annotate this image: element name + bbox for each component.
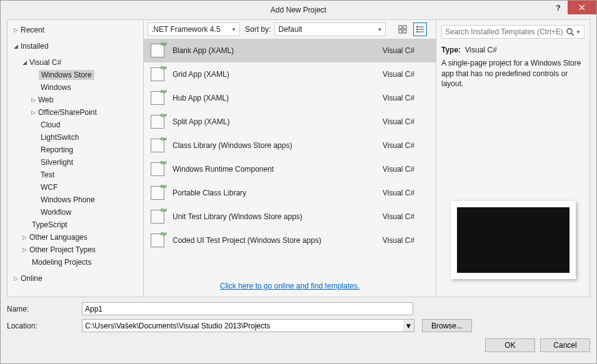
- template-description: Type: Visual C# A single-page project fo…: [441, 45, 584, 89]
- template-icon: C#: [150, 43, 165, 58]
- search-input[interactable]: [445, 27, 566, 36]
- chevron-right-icon: ▷: [30, 109, 36, 116]
- tree-typescript[interactable]: TypeScript: [8, 219, 143, 231]
- tree-other-project-types[interactable]: ▷Other Project Types: [8, 243, 143, 256]
- tree-wcf[interactable]: WCF: [8, 181, 143, 194]
- tree-windows-store[interactable]: Windows Store: [8, 69, 143, 81]
- category-tree: ▷Recent ◢Installed ◢Visual C# Windows St…: [8, 20, 144, 297]
- template-icon: C#: [150, 162, 165, 177]
- chevron-right-icon: ▷: [21, 247, 28, 253]
- template-language: Visual C#: [383, 189, 429, 197]
- template-language: Visual C#: [383, 165, 429, 174]
- sort-value: Default: [278, 25, 302, 34]
- chevron-down-icon: ▼: [373, 27, 382, 32]
- search-icon: [566, 27, 574, 36]
- sort-label: Sort by:: [245, 25, 271, 34]
- tree-cloud[interactable]: Cloud: [8, 119, 143, 131]
- svg-rect-4: [399, 30, 402, 33]
- template-name: Unit Test Library (Windows Store apps): [173, 212, 383, 221]
- template-name: Split App (XAML): [173, 117, 383, 126]
- template-row[interactable]: C#Unit Test Library (Windows Store apps)…: [144, 205, 436, 229]
- tree-silverlight[interactable]: Silverlight: [8, 156, 143, 169]
- tree-modeling-projects[interactable]: Modeling Projects: [8, 256, 143, 268]
- titlebar: Add New Project ?: [1, 1, 596, 19]
- close-button[interactable]: [568, 1, 596, 14]
- template-icon: C#: [150, 209, 165, 224]
- tree-installed[interactable]: ◢Installed: [8, 40, 143, 52]
- chevron-down-icon: ▼: [228, 27, 236, 32]
- name-label: Name:: [7, 305, 82, 313]
- chevron-right-icon: ▷: [30, 97, 36, 103]
- template-icon: C#: [150, 91, 165, 106]
- template-icon: C#: [150, 185, 165, 200]
- location-input[interactable]: [82, 319, 403, 332]
- svg-rect-10: [416, 31, 418, 32]
- add-new-project-dialog: Add New Project ? ▷Recent ◢Installed ◢Vi…: [0, 0, 597, 364]
- template-row[interactable]: C#Coded UI Test Project (Windows Store a…: [144, 229, 436, 252]
- framework-combo[interactable]: .NET Framework 4.5 ▼: [148, 22, 240, 36]
- template-language: Visual C#: [383, 212, 429, 221]
- ok-button[interactable]: OK: [485, 338, 535, 352]
- cancel-button[interactable]: Cancel: [540, 338, 590, 352]
- template-name: Class Library (Windows Store apps): [173, 141, 383, 150]
- template-name: Windows Runtime Component: [173, 165, 383, 174]
- chevron-right-icon: ▷: [13, 275, 19, 282]
- template-icon: C#: [150, 233, 165, 248]
- view-list-button[interactable]: [413, 22, 427, 36]
- template-row[interactable]: C#Grid App (XAML)Visual C#: [144, 62, 436, 86]
- template-list: C#Blank App (XAML)Visual C#C#Grid App (X…: [144, 39, 436, 275]
- template-language: Visual C#: [383, 141, 429, 150]
- tree-reporting[interactable]: Reporting: [8, 144, 143, 156]
- template-language: Visual C#: [383, 94, 429, 102]
- svg-rect-2: [399, 26, 402, 29]
- svg-rect-8: [416, 29, 418, 30]
- project-name-input[interactable]: [82, 302, 413, 315]
- template-row[interactable]: C#Blank App (XAML)Visual C#: [144, 39, 436, 62]
- template-name: Blank App (XAML): [173, 46, 383, 55]
- type-value: Visual C#: [465, 46, 497, 54]
- search-templates-box[interactable]: ▼: [441, 25, 584, 39]
- tree-recent[interactable]: ▷Recent: [8, 24, 143, 36]
- template-row[interactable]: C#Portable Class LibraryVisual C#: [144, 181, 436, 205]
- template-name: Grid App (XAML): [173, 70, 383, 79]
- tree-workflow[interactable]: Workflow: [8, 206, 143, 219]
- template-icon: C#: [150, 114, 165, 129]
- online-templates-link[interactable]: Click here to go online and find templat…: [220, 282, 359, 290]
- tree-windows-phone[interactable]: Windows Phone: [8, 194, 143, 206]
- svg-rect-3: [403, 26, 406, 29]
- template-language: Visual C#: [383, 70, 429, 79]
- tree-lightswitch[interactable]: LightSwitch: [8, 131, 143, 144]
- template-row[interactable]: C#Split App (XAML)Visual C#: [144, 110, 436, 134]
- template-name: Hub App (XAML): [173, 94, 383, 102]
- template-language: Visual C#: [383, 46, 429, 55]
- tree-office-sharepoint[interactable]: ▷Office/SharePoint: [8, 106, 143, 119]
- chevron-down-icon: ◢: [21, 59, 28, 66]
- template-row[interactable]: C#Windows Runtime ComponentVisual C#: [144, 157, 436, 181]
- template-row[interactable]: C#Hub App (XAML)Visual C#: [144, 86, 436, 110]
- svg-rect-6: [416, 26, 418, 27]
- chevron-right-icon: ▷: [13, 27, 19, 33]
- help-button[interactable]: ?: [549, 1, 568, 14]
- framework-value: .NET Framework 4.5: [151, 25, 220, 34]
- svg-point-12: [567, 29, 572, 34]
- template-language: Visual C#: [383, 117, 429, 126]
- template-icon: C#: [150, 138, 165, 153]
- location-dropdown-button[interactable]: ▼: [403, 319, 414, 332]
- tree-online[interactable]: ▷Online: [8, 272, 143, 285]
- tree-other-languages[interactable]: ▷Other Languages: [8, 231, 143, 243]
- template-row[interactable]: C#Class Library (Windows Store apps)Visu…: [144, 134, 436, 157]
- type-label: Type:: [441, 46, 461, 54]
- tree-test[interactable]: Test: [8, 169, 143, 181]
- browse-button[interactable]: Browse...: [422, 319, 472, 332]
- svg-rect-5: [403, 30, 406, 33]
- sort-combo[interactable]: Default ▼: [274, 22, 386, 36]
- chevron-right-icon: ▷: [21, 234, 28, 240]
- preview-image: [457, 207, 569, 273]
- tree-visual-csharp[interactable]: ◢Visual C#: [8, 56, 143, 69]
- tree-web[interactable]: ▷Web: [8, 94, 143, 106]
- svg-line-13: [571, 33, 574, 36]
- tree-windows[interactable]: Windows: [8, 81, 143, 94]
- view-medium-icons-button[interactable]: [396, 22, 409, 36]
- template-toolbar: .NET Framework 4.5 ▼ Sort by: Default ▼: [144, 20, 436, 39]
- chevron-down-icon: ▼: [405, 322, 413, 330]
